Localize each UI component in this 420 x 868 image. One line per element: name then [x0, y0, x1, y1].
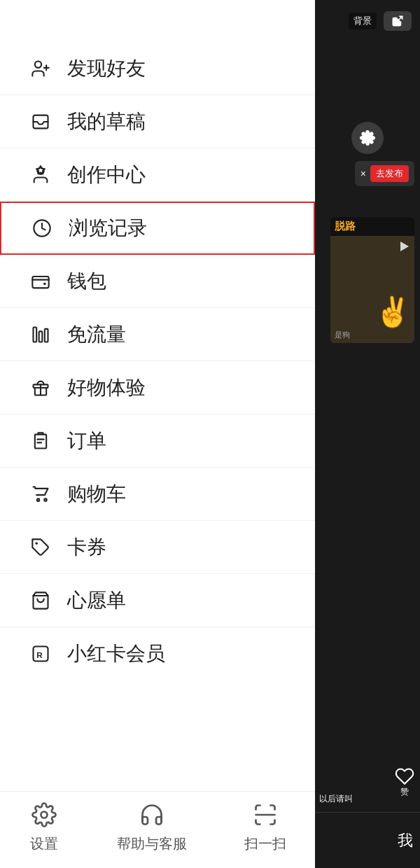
svg-point-0: [35, 61, 41, 67]
menu-label-good-experience: 好物体验: [67, 374, 146, 401]
menu-item-browse-history[interactable]: 浏览记录: [0, 202, 315, 255]
settings-label: 设置: [30, 834, 58, 853]
svg-rect-9: [39, 331, 43, 342]
menu-label-find-friends: 发现好友: [67, 55, 146, 82]
svg-rect-6: [32, 276, 48, 288]
menu-label-creation-center: 创作中心: [67, 162, 146, 188]
menu-item-redcard-member[interactable]: R 小红卡会员: [0, 627, 315, 680]
action-button-1[interactable]: [351, 122, 384, 154]
right-top-bar: 背景: [315, 0, 420, 42]
menu-label-orders: 订单: [67, 428, 106, 454]
video-thumbnail[interactable]: 脱路 ✌️ 是狗: [330, 217, 414, 343]
help-label: 帮助与客服: [117, 834, 187, 853]
menu-label-browse-history: 浏览记录: [69, 215, 147, 241]
bottom-text: 以后请叫: [319, 793, 353, 805]
menu-item-free-traffic[interactable]: 免流量: [0, 308, 315, 361]
redcard-icon: R: [28, 641, 53, 666]
bar-chart-icon: [28, 322, 53, 347]
menu-item-shopping-cart[interactable]: 购物车: [0, 468, 315, 521]
like-button[interactable]: 赞: [395, 766, 414, 798]
scan-icon: [250, 799, 281, 830]
headset-icon: [136, 799, 167, 830]
menu-label-shopping-cart: 购物车: [67, 481, 126, 507]
svg-text:R: R: [36, 650, 43, 659]
svg-point-17: [44, 498, 47, 501]
right-actions: 赞: [395, 766, 414, 798]
user-plus-icon: [28, 56, 53, 81]
background-btn[interactable]: 背景: [349, 13, 377, 29]
tab-me[interactable]: 我: [398, 830, 413, 851]
bag-icon: [28, 588, 53, 613]
video-title: 脱路: [335, 220, 356, 232]
gear-icon: [29, 799, 59, 830]
notification-popup: × 去发布: [355, 161, 414, 186]
like-label: 赞: [400, 786, 409, 798]
bottom-item-scan[interactable]: 扫一扫: [244, 799, 286, 853]
bottom-item-settings[interactable]: 设置: [29, 799, 59, 853]
menu-top-space: [0, 0, 315, 42]
tag-icon: [28, 535, 53, 560]
bottom-item-help[interactable]: 帮助与客服: [117, 799, 187, 853]
menu-item-wallet[interactable]: 钱包: [0, 255, 315, 308]
video-subtitle: 是狗: [335, 330, 350, 340]
play-icon: [400, 241, 409, 251]
app-container: 发现好友 我的草稿: [0, 0, 420, 868]
right-panel: 背景 × 去发布: [315, 0, 420, 868]
svg-rect-8: [34, 327, 37, 342]
scan-label: 扫一扫: [244, 834, 286, 853]
menu-item-good-experience[interactable]: 好物体验: [0, 361, 315, 414]
menu-item-drafts[interactable]: 我的草稿: [0, 95, 315, 148]
menu-label-redcard-member: 小红卡会员: [67, 640, 165, 667]
svg-point-16: [37, 498, 40, 501]
right-tab-bar: 我: [315, 812, 420, 868]
svg-rect-10: [45, 328, 48, 342]
clock-icon: [29, 216, 55, 241]
notification-close[interactable]: ×: [360, 168, 366, 179]
video-content: ✌️ 是狗: [330, 236, 414, 343]
inbox-icon: [28, 109, 53, 134]
right-action-buttons: [315, 42, 420, 154]
clipboard-icon: [28, 428, 53, 454]
hand-emoji: ✌️: [374, 295, 411, 329]
menu-panel: 发现好友 我的草稿: [0, 0, 315, 868]
bottom-bar: 设置 帮助与客服: [0, 791, 315, 868]
menu-label-wallet: 钱包: [67, 268, 106, 295]
svg-rect-13: [35, 434, 46, 448]
menu-label-wishlist: 心愿单: [67, 587, 126, 614]
publish-button[interactable]: 去发布: [370, 165, 409, 182]
gift-icon: [28, 375, 53, 400]
svg-point-18: [35, 542, 38, 545]
cart-icon: [28, 482, 53, 507]
wallet-icon: [28, 269, 53, 294]
menu-item-find-friends[interactable]: 发现好友: [0, 42, 315, 95]
share-button[interactable]: [384, 11, 412, 31]
menu-item-creation-center[interactable]: 创作中心: [0, 148, 315, 202]
menu-label-coupons: 卡券: [67, 534, 106, 561]
menu-item-wishlist[interactable]: 心愿单: [0, 574, 315, 627]
video-title-bar: 脱路: [330, 217, 414, 236]
menu-label-free-traffic: 免流量: [67, 321, 126, 348]
menu-scroll-area: 发现好友 我的草稿: [0, 42, 315, 791]
svg-point-7: [43, 282, 46, 285]
user-star-icon: [28, 162, 53, 188]
svg-point-22: [41, 812, 48, 818]
menu-item-coupons[interactable]: 卡券: [0, 521, 315, 574]
menu-item-orders[interactable]: 订单: [0, 414, 315, 468]
menu-label-drafts: 我的草稿: [67, 108, 146, 135]
